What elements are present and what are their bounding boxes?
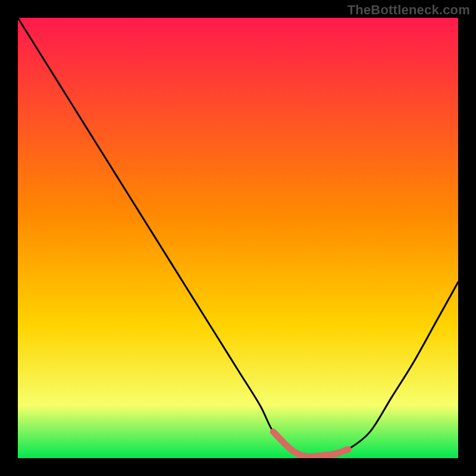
gradient-background [18, 18, 458, 458]
plot-area [18, 18, 458, 458]
chart-svg [18, 18, 458, 458]
watermark-text: TheBottleneck.com [347, 2, 470, 18]
chart-frame: TheBottleneck.com [0, 0, 476, 476]
